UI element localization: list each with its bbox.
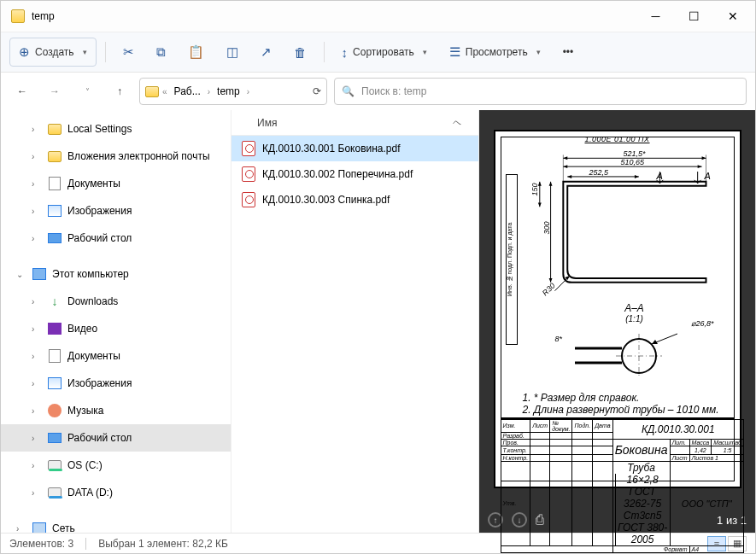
pdf-icon (242, 192, 255, 207)
refresh-button[interactable]: ⟳ (313, 85, 321, 97)
chevron-down-icon: ▾ (423, 48, 427, 56)
sort-arrow-icon: ヘ (453, 117, 461, 129)
trash-icon: 🗑 (294, 45, 307, 60)
nav-tree[interactable]: ›Local Settings ›Вложения электронной по… (1, 110, 231, 533)
status-count: Элементов: 3 (9, 538, 73, 550)
cut-button[interactable]: ✂ (114, 38, 143, 67)
nav-this-pc[interactable]: ⌄Этот компьютер (1, 260, 231, 288)
drawing-main: 521,5* 510,65 252,5 A A 150 300 R30 (530, 147, 731, 300)
file-list[interactable]: КД.0010.30.001 Боковина.pdf КД.0010.30.0… (231, 136, 478, 533)
nav-desktop[interactable]: ›Рабочий стол (1, 225, 231, 252)
drawing-section: А–А (1:1) 8* ⌀26,8* (547, 302, 723, 405)
column-header-name[interactable]: Имя ヘ (231, 110, 478, 136)
nav-documents2[interactable]: ›Документы (1, 342, 231, 370)
recent-button[interactable]: ˅ (74, 79, 100, 104)
download-icon: ↓ (47, 294, 62, 309)
share-button[interactable]: ↗ (252, 38, 280, 67)
chevron-down-icon: ▾ (83, 48, 87, 56)
back-button[interactable]: ← (9, 79, 35, 104)
toolbar: ⊕ Создать ▾ ✂ ⧉ 📋 ◫ ↗ 🗑 ↕ Сортировать ▾ … (1, 32, 755, 73)
nav-images[interactable]: ›Изображения (1, 197, 231, 225)
view-button[interactable]: ☰ Просмотреть ▾ (441, 38, 549, 67)
nav-documents[interactable]: ›Документы (1, 170, 231, 197)
pdf-icon (242, 141, 255, 156)
rename-button[interactable]: ◫ (218, 38, 247, 67)
search-placeholder: Поиск в: temp (361, 85, 426, 97)
crumb-2[interactable]: temp (214, 84, 243, 99)
nav-drive-os[interactable]: ›OS (C:) (1, 452, 231, 479)
copy-icon: ⧉ (156, 44, 166, 60)
maximize-button[interactable]: ☐ (675, 3, 713, 29)
file-list-panel: Имя ヘ КД.0010.30.001 Боковина.pdf КД.001… (231, 110, 479, 533)
file-row[interactable]: КД.0010.30.003 Спинка.pdf (231, 187, 478, 213)
search-icon: 🔍 (342, 85, 355, 97)
chevron-right-icon: › (247, 87, 249, 96)
minimize-button[interactable]: ─ (636, 3, 675, 29)
address-bar: ← → ˅ ↑ « Раб... › temp › ⟳ 🔍 Поиск в: t… (1, 73, 755, 110)
copy-button[interactable]: ⧉ (148, 38, 174, 67)
share-icon: ↗ (261, 44, 272, 60)
title-block: Изм.Лист№ докум.Подп.Дата КД.0010.30.001… (501, 417, 735, 481)
view-label: Просмотреть (466, 46, 528, 58)
nav-network[interactable]: ›Сеть (1, 515, 231, 533)
status-selection: Выбран 1 элемент: 82,2 КБ (98, 538, 228, 550)
nav-music[interactable]: ›Музыка (1, 397, 231, 424)
file-row[interactable]: КД.0010.30.001 Боковина.pdf (231, 136, 478, 161)
window-title: temp (32, 10, 636, 22)
search-input[interactable]: 🔍 Поиск в: temp (334, 78, 747, 105)
nav-local-settings[interactable]: ›Local Settings (1, 115, 231, 143)
file-row[interactable]: КД.0010.30.002 Поперечина.pdf (231, 161, 478, 187)
window-folder-icon (11, 9, 25, 23)
scissors-icon: ✂ (123, 44, 134, 60)
chevron-down-icon: ▾ (536, 48, 541, 56)
pdf-icon (242, 166, 255, 182)
file-name: КД.0010.30.003 Спинка.pdf (262, 194, 390, 206)
more-button[interactable]: ••• (554, 38, 583, 67)
new-label: Создать (35, 46, 74, 58)
view-icon: ☰ (449, 44, 460, 60)
drawing-notes: 1. * Размер для справок. 2. Длина развер… (523, 392, 719, 417)
nav-desktop2[interactable]: ›Рабочий стол (1, 424, 231, 452)
sort-button[interactable]: ↕ Сортировать ▾ (333, 38, 436, 67)
nav-downloads[interactable]: ›↓Downloads (1, 288, 231, 315)
plus-icon: ⊕ (19, 44, 30, 60)
titlebar: temp ─ ☐ ✕ (1, 1, 755, 32)
chevron-right-icon: › (208, 87, 210, 96)
breadcrumb[interactable]: « Раб... › temp › ⟳ (139, 78, 327, 105)
pdf-page[interactable]: 1.000E 01.00 ПХ Инв. № подл. Подп. и дат… (494, 130, 741, 488)
side-stamp: Инв. № подл. Подп. и дата (506, 174, 518, 345)
new-button[interactable]: ⊕ Создать ▾ (9, 38, 97, 67)
crumb-1[interactable]: Раб... (171, 84, 204, 99)
nav-images2[interactable]: ›Изображения (1, 370, 231, 397)
up-button[interactable]: ↑ (107, 79, 132, 104)
folder-icon (145, 86, 159, 97)
nav-drive-data[interactable]: ›DATA (D:) (1, 479, 231, 506)
rename-icon: ◫ (226, 44, 238, 60)
preview-pane: 1.000E 01.00 ПХ Инв. № подл. Подп. и дат… (479, 110, 755, 533)
close-button[interactable]: ✕ (713, 3, 752, 29)
gost-label: 1.000E 01.00 ПХ (584, 135, 649, 143)
sort-icon: ↕ (342, 45, 349, 60)
forward-button[interactable]: → (42, 79, 67, 104)
paste-button[interactable]: 📋 (179, 38, 213, 67)
nav-video[interactable]: ›Видео (1, 315, 231, 342)
file-name: КД.0010.30.002 Поперечина.pdf (262, 168, 413, 180)
delete-button[interactable]: 🗑 (285, 38, 315, 67)
paste-icon: 📋 (188, 44, 204, 60)
file-name: КД.0010.30.001 Боковина.pdf (262, 143, 401, 155)
nav-attachments[interactable]: ›Вложения электронной почты (1, 143, 231, 170)
sort-label: Сортировать (353, 46, 414, 58)
